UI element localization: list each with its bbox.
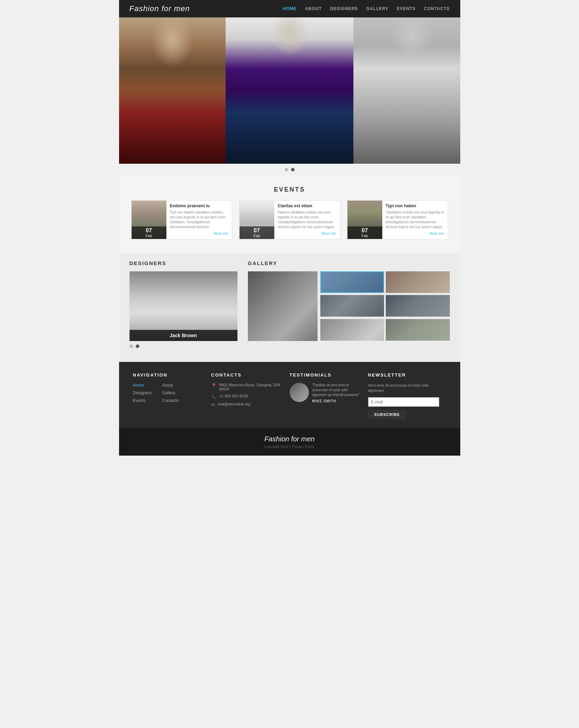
nav-designers[interactable]: DESIGNERS <box>330 6 358 11</box>
event-card-2: 07 Feb Claritas est etiam Habent clarita… <box>239 200 340 239</box>
gallery-column: GALLERY <box>248 260 450 351</box>
footer-nav-col1: Home Designers Events <box>133 383 152 403</box>
footer-link-gallery[interactable]: Gallery <box>162 390 179 395</box>
gallery-thumb-2[interactable] <box>386 271 450 293</box>
footer-nav-col: NAVIGATION Home Designers Events About G… <box>133 372 211 419</box>
event-date-3: 07 Feb <box>347 226 382 239</box>
event-more-2[interactable]: More info <box>278 232 336 235</box>
gallery-title: GALLERY <box>248 260 450 266</box>
nav-home[interactable]: HOME <box>283 6 297 11</box>
event-card-1: 07 Feb Eodemo praesent lu Typi non haben… <box>131 200 232 239</box>
footer-link-home[interactable]: Home <box>133 383 152 388</box>
testimonial-person: MIKE SMITH <box>312 399 361 403</box>
event-text-1: Typi non habent claritatem insitam; est … <box>170 210 228 230</box>
event-content-2: Claritas est etiam Habent claritatem ins… <box>274 201 340 239</box>
gallery-thumb-5[interactable] <box>320 319 384 341</box>
event-text-2: Habent claritatem insitam est usus legen… <box>278 210 336 230</box>
footer-nav-title: NAVIGATION <box>133 372 204 378</box>
footer-contacts-col: CONTACTS 📍 8901 Marmora Road, Glasgow, D… <box>211 372 290 419</box>
hero-center-figure <box>226 17 354 164</box>
newsletter-description: Vero eros et accumsan et iusto odio dign… <box>368 383 439 394</box>
site-title: Fashion for men <box>130 4 190 13</box>
events-section: EVENTS 07 Feb Eodemo praesent lu Typi no… <box>119 176 460 253</box>
event-card-3: 07 Feb Typi non haben Claritatem insitam… <box>347 200 448 239</box>
event-image-1: 07 Feb <box>132 201 166 239</box>
gallery-thumb-1[interactable] <box>320 271 384 293</box>
events-grid: 07 Feb Eodemo praesent lu Typi non haben… <box>130 200 450 239</box>
event-image-2: 07 Feb <box>240 201 274 239</box>
footer-columns: NAVIGATION Home Designers Events About G… <box>133 372 446 419</box>
designer-dots <box>130 341 237 351</box>
footer-newsletter-title: NEWSLETTER <box>368 372 439 378</box>
testimonial-area: "Facilisis at vero eros et accumsan et i… <box>290 383 361 403</box>
testimonial-content: "Facilisis at vero eros et accumsan et i… <box>312 383 361 403</box>
hero-slider <box>119 17 460 164</box>
designer-card: Jack Brown <box>130 271 237 341</box>
event-date-1: 07 Feb <box>132 226 166 239</box>
footer-link-about[interactable]: About <box>162 383 179 388</box>
event-title-1: Eodemo praesent lu <box>170 203 228 208</box>
footer-copyright: Copyright 2014 © Privacy Policy. <box>126 445 453 449</box>
event-title-2: Claritas est etiam <box>278 203 336 208</box>
footer-link-events[interactable]: Events <box>133 398 152 403</box>
event-date-2: 07 Feb <box>240 226 274 239</box>
footer-testimonials-title: TESTIMONIALS <box>290 372 361 378</box>
event-content-3: Typi non haben Claritatem insitam est us… <box>382 201 448 239</box>
site-header: Fashion for men HOME ABOUT DESIGNERS GAL… <box>119 0 460 17</box>
nav-gallery[interactable]: GALLERY <box>366 6 389 11</box>
main-nav: HOME ABOUT DESIGNERS GALLERY EVENTS CONT… <box>283 6 449 11</box>
email-icon: ✉ <box>211 402 215 407</box>
event-more-3[interactable]: More info <box>386 232 444 235</box>
event-more-1[interactable]: More info <box>170 232 228 235</box>
hero-panel-center <box>226 17 354 164</box>
event-image-3: 07 Feb <box>347 201 382 239</box>
footer-nav-links: Home Designers Events About Gallery Cont… <box>133 383 204 403</box>
gallery-thumb-3[interactable] <box>320 295 384 317</box>
footer-link-designers[interactable]: Designers <box>133 390 152 395</box>
testimonial-quote: "Facilisis at vero eros et accumsan et i… <box>312 383 361 397</box>
gallery-thumb-6[interactable] <box>386 319 450 341</box>
events-title: EVENTS <box>130 186 450 193</box>
hero-left-figure <box>119 17 226 164</box>
dg-section: DESIGNERS Jack Brown GALLERY <box>119 253 460 362</box>
hero-right-figure <box>353 17 460 164</box>
footer-email: ✉ mail@demolink.org <box>211 402 283 407</box>
designer-dot-1[interactable] <box>130 344 133 348</box>
footer-bottom-title: Fashion for men <box>126 435 453 443</box>
designers-column: DESIGNERS Jack Brown <box>130 260 237 351</box>
footer-phone: 📞 +1 959 603 6035 <box>211 394 283 399</box>
footer-link-contacts[interactable]: Contacts <box>162 398 179 403</box>
footer-nav-col2: About Gallery Contacts <box>162 383 179 403</box>
designer-dot-2[interactable] <box>136 344 139 348</box>
event-content-1: Eodemo praesent lu Typi non habent clari… <box>166 201 232 239</box>
hero-panel-left <box>119 17 226 164</box>
nav-about[interactable]: ABOUT <box>305 6 322 11</box>
nav-contacts[interactable]: CONTACTS <box>424 6 450 11</box>
gallery-thumb-4[interactable] <box>386 295 450 317</box>
gallery-big-image[interactable] <box>248 271 318 341</box>
hero-dots <box>119 164 460 176</box>
gallery-main <box>248 271 450 341</box>
gallery-thumbs <box>320 271 450 341</box>
subscribe-button[interactable]: SUBSCRIBE <box>368 410 406 419</box>
designer-name-label: Jack Brown <box>130 330 237 341</box>
footer-testimonials-col: TESTIMONIALS "Facilisis at vero eros et … <box>290 372 368 419</box>
site-footer: NAVIGATION Home Designers Events About G… <box>119 362 460 456</box>
location-icon: 📍 <box>211 383 217 388</box>
phone-icon: 📞 <box>211 394 217 399</box>
footer-newsletter-col: NEWSLETTER Vero eros et accumsan et iust… <box>368 372 446 419</box>
footer-address: 📍 8901 Marmora Road, Glasgow, D04 89GR <box>211 383 283 391</box>
event-text-3: Claritatem insitam est usus legentis in … <box>386 210 444 230</box>
hero-panel-right <box>353 17 460 164</box>
event-title-3: Typi non haben <box>386 203 444 208</box>
footer-contacts-title: CONTACTS <box>211 372 283 378</box>
testimonial-avatar <box>290 383 309 402</box>
nav-events[interactable]: EVENTS <box>397 6 416 11</box>
hero-dot-2[interactable] <box>291 168 295 171</box>
hero-dot-1[interactable] <box>285 168 288 171</box>
newsletter-email-input[interactable] <box>368 397 439 407</box>
footer-bottom: Fashion for men Copyright 2014 © Privacy… <box>119 428 460 456</box>
designers-title: DESIGNERS <box>130 260 237 266</box>
